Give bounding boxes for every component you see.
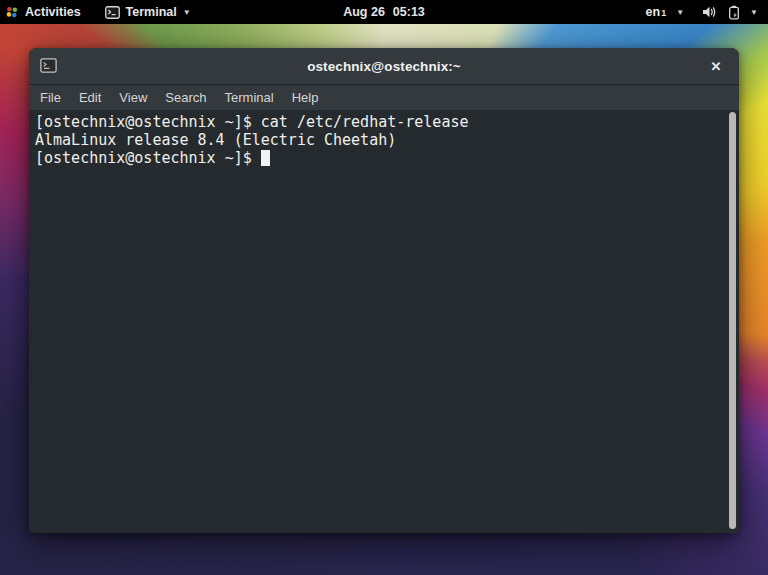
app-menu-terminal[interactable]: Terminal ▼ — [97, 0, 199, 24]
terminal-icon — [105, 6, 120, 19]
terminal-window: ostechnix@ostechnix:~ ✕ File Edit View S… — [29, 48, 739, 533]
app-menu-label: Terminal — [126, 5, 177, 19]
window-title: ostechnix@ostechnix:~ — [29, 59, 739, 74]
terminal-cursor — [261, 150, 270, 166]
clock-date[interactable]: Aug 26 — [343, 5, 385, 19]
chevron-down-icon: ▼ — [676, 9, 684, 17]
chevron-down-icon: ▼ — [183, 9, 191, 17]
menu-terminal[interactable]: Terminal — [216, 85, 283, 110]
clock-time[interactable]: 05:13 — [393, 5, 425, 19]
terminal-output-line: AlmaLinux release 8.4 (Electric Cheetah) — [35, 131, 733, 149]
system-tray[interactable]: en1 ▼ ▼ — [646, 0, 768, 24]
almalinux-logo-icon — [5, 5, 19, 19]
close-button[interactable]: ✕ — [703, 48, 729, 84]
keyboard-layout-index: 1 — [661, 8, 666, 18]
keyboard-layout-label: en — [646, 5, 661, 19]
terminal-scrollbar[interactable] — [729, 112, 736, 529]
prompt-text: [ostechnix@ostechnix ~]$ — [35, 149, 261, 167]
terminal-output-line: [ostechnix@ostechnix ~]$ cat /etc/redhat… — [35, 113, 733, 131]
menu-edit[interactable]: Edit — [70, 85, 110, 110]
activities-label: Activities — [25, 5, 81, 19]
window-titlebar[interactable]: ostechnix@ostechnix:~ ✕ — [29, 48, 739, 85]
menu-file[interactable]: File — [31, 85, 70, 110]
gnome-top-bar: Activities Terminal ▼ Aug 26 05:13 en1 ▼ — [0, 0, 768, 24]
activities-button[interactable]: Activities — [5, 0, 89, 24]
chevron-down-icon: ▼ — [750, 9, 758, 17]
menu-help[interactable]: Help — [283, 85, 328, 110]
volume-icon[interactable] — [702, 5, 718, 19]
terminal-icon — [40, 58, 57, 77]
terminal-prompt-line: [ostechnix@ostechnix ~]$ — [35, 149, 733, 167]
battery-charging-icon[interactable] — [728, 5, 740, 20]
terminal-viewport[interactable]: [ostechnix@ostechnix ~]$ cat /etc/redhat… — [29, 110, 739, 533]
menu-view[interactable]: View — [110, 85, 156, 110]
terminal-menubar: File Edit View Search Terminal Help — [29, 85, 739, 110]
menu-search[interactable]: Search — [156, 85, 215, 110]
keyboard-layout-indicator[interactable]: en1 — [646, 5, 667, 19]
